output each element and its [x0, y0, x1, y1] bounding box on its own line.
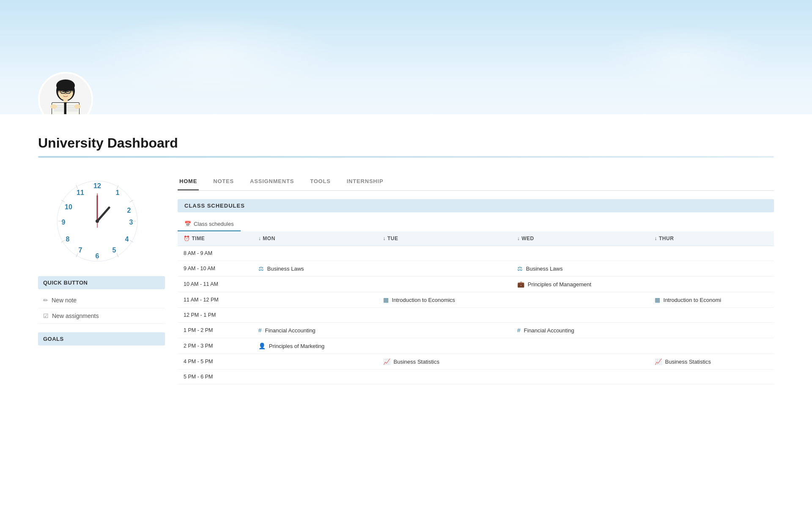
tue-cell-5 — [377, 323, 511, 338]
course-label: Business Laws — [267, 266, 304, 272]
time-icon: ⏰ — [184, 236, 190, 241]
col-wed: ↓ WED — [511, 231, 649, 246]
col-tue: ↓ TUE — [377, 231, 511, 246]
tue-cell-2 — [377, 277, 511, 292]
thur-cell-0 — [649, 246, 774, 261]
table-row: 5 PM - 6 PM — [178, 370, 774, 384]
law-icon: ⚖ — [517, 265, 523, 272]
course-label: Business Statistics — [665, 359, 711, 365]
course-label: Financial Accounting — [524, 327, 574, 334]
col-time: ⏰ TIME — [178, 231, 252, 246]
mon-cell-4 — [252, 308, 377, 323]
tue-cell-6 — [377, 338, 511, 354]
course-cell: ⚖Business Laws — [517, 265, 643, 272]
new-assignments-label: New assignments — [52, 312, 99, 319]
wed-cell-0 — [511, 246, 649, 261]
svg-text:11: 11 — [77, 189, 84, 196]
wed-cell-6 — [511, 338, 649, 354]
wed-cell-2: 💼Principles of Management — [511, 277, 649, 292]
wed-cell-1: ⚖Business Laws — [511, 261, 649, 277]
svg-text:5: 5 — [112, 247, 116, 254]
svg-text:1: 1 — [116, 189, 120, 196]
table-row: 2 PM - 3 PM👤Principles of Marketing — [178, 338, 774, 354]
course-cell: 📈Business Statistics — [383, 358, 505, 365]
time-cell: 12 PM - 1 PM — [178, 308, 252, 323]
svg-point-54 — [96, 219, 99, 223]
class-schedules-section: CLASS SCHEDULES 📅 Class schedules ⏰ TIME — [178, 199, 774, 384]
col-thur: ↓ THUR — [649, 231, 774, 246]
table-header-row: ⏰ TIME ↓ MON ↓ — [178, 231, 774, 246]
wed-cell-5: #Financial Accounting — [511, 323, 649, 338]
course-cell: ▦Introduction to Economi — [655, 296, 768, 303]
time-cell: 4 PM - 5 PM — [178, 354, 252, 370]
time-cell: 2 PM - 3 PM — [178, 338, 252, 354]
wed-arrow-icon: ↓ — [517, 236, 520, 241]
thur-cell-8 — [649, 370, 774, 384]
svg-text:8: 8 — [66, 236, 70, 243]
mon-cell-2 — [252, 277, 377, 292]
wed-cell-3 — [511, 292, 649, 308]
tab-internship[interactable]: INTERNSHIP — [345, 175, 385, 190]
title-divider — [38, 156, 774, 158]
col-mon: ↓ MON — [252, 231, 377, 246]
marketing-icon: 👤 — [258, 343, 266, 349]
thur-cell-2 — [649, 277, 774, 292]
course-label: Principles of Marketing — [269, 343, 325, 349]
thur-cell-4 — [649, 308, 774, 323]
page-title-area: University Dashboard — [0, 114, 812, 166]
course-label: Financial Accounting — [265, 327, 315, 334]
course-label: Introduction to Economics — [392, 297, 455, 303]
clock-container: 12 1 2 3 4 5 6 7 8 9 10 — [38, 175, 156, 268]
mon-arrow-icon: ↓ — [258, 236, 261, 241]
sidebar: 12 1 2 3 4 5 6 7 8 9 10 — [38, 175, 165, 384]
tue-cell-4 — [377, 308, 511, 323]
table-row: 1 PM - 2 PM#Financial Accounting#Financi… — [178, 323, 774, 338]
finance-icon: # — [258, 327, 262, 334]
page-title: University Dashboard — [38, 135, 774, 151]
checkbox-icon: ☑ — [43, 312, 49, 319]
tue-cell-7: 📈Business Statistics — [377, 354, 511, 370]
table-row: 12 PM - 1 PM — [178, 308, 774, 323]
law-icon: ⚖ — [258, 265, 264, 272]
tue-arrow-icon: ↓ — [383, 236, 386, 241]
table-row: 10 AM - 11 AM💼Principles of Management — [178, 277, 774, 292]
svg-text:10: 10 — [65, 203, 72, 211]
time-cell: 1 PM - 2 PM — [178, 323, 252, 338]
new-note-button[interactable]: ✏ New note — [38, 293, 165, 308]
thur-cell-3: ▦Introduction to Economi — [649, 292, 774, 308]
header-banner — [0, 0, 812, 114]
time-cell: 8 AM - 9 AM — [178, 246, 252, 261]
schedule-tab-bar: 📅 Class schedules — [178, 217, 774, 231]
mgmt-icon: 💼 — [517, 281, 524, 288]
course-cell: ⚖Business Laws — [258, 265, 371, 272]
new-note-label: New note — [52, 297, 77, 304]
course-cell: 💼Principles of Management — [517, 281, 643, 288]
time-cell: 9 AM - 10 AM — [178, 261, 252, 277]
main-layout: 12 1 2 3 4 5 6 7 8 9 10 — [0, 166, 812, 393]
econ-icon: ▦ — [655, 296, 660, 303]
svg-point-24 — [50, 104, 57, 109]
new-assignments-button[interactable]: ☑ New assignments — [38, 308, 165, 324]
wed-cell-7 — [511, 354, 649, 370]
class-schedules-title: CLASS SCHEDULES — [178, 199, 774, 212]
table-row: 11 AM - 12 PM▦Introduction to Economics▦… — [178, 292, 774, 308]
svg-text:3: 3 — [129, 219, 133, 226]
mon-cell-3 — [252, 292, 377, 308]
time-cell: 5 PM - 6 PM — [178, 370, 252, 384]
table-row: 4 PM - 5 PM📈Business Statistics📈Business… — [178, 354, 774, 370]
course-label: Business Statistics — [394, 359, 439, 365]
tue-cell-0 — [377, 246, 511, 261]
tab-notes[interactable]: NOTES — [211, 175, 236, 190]
clock: 12 1 2 3 4 5 6 7 8 9 10 — [55, 179, 140, 263]
quick-button-section: QUICK BUTTON ✏ New note ☑ New assignment… — [38, 276, 165, 324]
schedule-tab[interactable]: 📅 Class schedules — [178, 217, 241, 231]
mon-cell-1: ⚖Business Laws — [252, 261, 377, 277]
tab-tools[interactable]: TOOLS — [308, 175, 332, 190]
mon-cell-7 — [252, 354, 377, 370]
course-cell: #Financial Accounting — [517, 327, 643, 334]
tab-assignments[interactable]: ASSIGNMENTS — [248, 175, 296, 190]
tab-home[interactable]: HOME — [178, 175, 199, 190]
course-cell: 📈Business Statistics — [655, 358, 768, 365]
course-label: Business Laws — [526, 266, 563, 272]
econ-icon: ▦ — [383, 296, 389, 303]
